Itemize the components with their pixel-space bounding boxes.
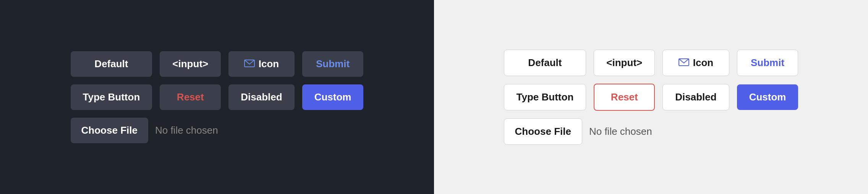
light-reset-button[interactable]: Reset (594, 84, 655, 111)
dark-icon-label: Icon (259, 58, 279, 70)
light-icon-button[interactable]: Icon (662, 50, 729, 76)
dark-disabled-button[interactable]: Disabled (228, 84, 294, 110)
dark-choose-file-button[interactable]: Choose File (71, 118, 148, 143)
light-input-button[interactable]: <input> (594, 50, 655, 76)
dark-submit-button[interactable]: Submit (302, 51, 364, 77)
dark-reset-button[interactable]: Reset (160, 84, 221, 110)
light-input-label: <input> (606, 57, 642, 69)
light-reset-label: Reset (611, 91, 638, 103)
light-disabled-label: Disabled (675, 91, 716, 103)
light-type-button-label: Type Button (517, 91, 574, 103)
light-custom-button[interactable]: Custom (737, 84, 798, 110)
light-submit-label: Submit (751, 57, 784, 69)
light-submit-button[interactable]: Submit (737, 50, 798, 76)
light-file-row: Choose File No file chosen (504, 118, 655, 145)
dark-custom-button[interactable]: Custom (302, 84, 364, 110)
envelope-icon (244, 58, 255, 70)
light-disabled-button[interactable]: Disabled (662, 84, 729, 110)
dark-submit-label: Submit (316, 58, 350, 70)
dark-type-button-button[interactable]: Type Button (71, 84, 152, 110)
dark-input-button[interactable]: <input> (160, 51, 221, 77)
light-icon-label: Icon (693, 57, 713, 69)
light-custom-label: Custom (749, 91, 786, 103)
light-choose-file-label: Choose File (515, 126, 571, 137)
dark-file-row: Choose File No file chosen (71, 118, 221, 143)
light-default-label: Default (528, 57, 562, 69)
dark-reset-label: Reset (177, 91, 204, 103)
light-button-grid: Default <input> Icon Submit Type Button … (504, 50, 798, 145)
light-default-button[interactable]: Default (504, 50, 586, 76)
envelope-icon-light (679, 57, 689, 69)
light-type-button-button[interactable]: Type Button (504, 84, 586, 110)
dark-type-button-label: Type Button (83, 91, 140, 103)
light-panel: Default <input> Icon Submit Type Button … (434, 0, 868, 194)
dark-choose-file-label: Choose File (81, 124, 138, 136)
dark-button-grid: Default <input> Icon Submit Type Button … (71, 51, 364, 143)
dark-default-button[interactable]: Default (71, 51, 152, 77)
dark-default-label: Default (94, 58, 128, 70)
dark-disabled-label: Disabled (241, 91, 282, 103)
dark-panel: Default <input> Icon Submit Type Button … (0, 0, 434, 194)
light-file-status: No file chosen (589, 126, 652, 137)
dark-custom-label: Custom (314, 91, 351, 103)
dark-icon-button[interactable]: Icon (228, 51, 294, 77)
dark-file-status: No file chosen (155, 124, 218, 136)
dark-input-label: <input> (172, 58, 208, 70)
light-choose-file-button[interactable]: Choose File (504, 118, 582, 145)
